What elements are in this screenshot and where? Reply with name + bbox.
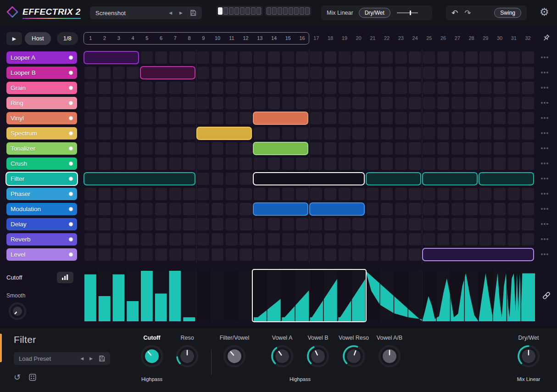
column-number-23[interactable]: 23 [394, 32, 408, 45]
grid-cell[interactable] [451, 67, 463, 79]
column-number-32[interactable]: 32 [521, 32, 535, 45]
grid-cell[interactable] [254, 188, 266, 200]
grid-cell[interactable] [324, 142, 336, 155]
column-number-14[interactable]: 14 [267, 32, 281, 45]
row-menu-button[interactable] [541, 102, 548, 104]
column-number-31[interactable]: 31 [507, 32, 521, 45]
grid-cell[interactable] [367, 248, 379, 261]
grid-cell[interactable] [381, 127, 393, 140]
column-number-19[interactable]: 19 [338, 32, 352, 45]
grid-cell[interactable] [324, 188, 336, 200]
grid-cell[interactable] [240, 112, 251, 124]
pattern-square-15[interactable] [300, 7, 304, 15]
grid-cell[interactable] [169, 82, 181, 94]
track-enable-dot[interactable] [69, 192, 73, 196]
grid-cell[interactable] [508, 203, 520, 215]
column-number-12[interactable]: 12 [239, 32, 253, 45]
grid-cell[interactable] [367, 233, 379, 246]
grid-cell[interactable] [522, 142, 534, 155]
grid-cell[interactable] [183, 188, 195, 200]
grid-cell[interactable] [113, 188, 125, 200]
grid-cell[interactable] [226, 248, 238, 261]
play-button[interactable]: ▶ [6, 32, 22, 45]
value-lane[interactable] [84, 270, 535, 321]
grid-cell[interactable] [296, 248, 308, 261]
grid-cell[interactable] [522, 188, 534, 200]
grid-cell[interactable] [296, 157, 308, 170]
grid-cell[interactable] [352, 97, 364, 109]
grid-cell[interactable] [99, 82, 111, 94]
track-looper-a[interactable]: Looper A [6, 51, 77, 64]
grid-cell[interactable] [240, 67, 251, 79]
grid-cell[interactable] [339, 188, 351, 200]
grid-cell[interactable] [240, 188, 251, 200]
track-ring[interactable]: Ring [6, 97, 77, 109]
column-number-8[interactable]: 8 [182, 32, 196, 45]
grid-cell[interactable] [212, 188, 223, 200]
grid-cell[interactable] [465, 127, 477, 140]
sequencer-block-selected[interactable] [253, 172, 365, 185]
grid-cell[interactable] [127, 82, 139, 94]
grid-cell[interactable] [84, 203, 96, 215]
grid-cell[interactable] [226, 157, 238, 170]
column-number-1[interactable]: 1 [84, 32, 98, 45]
grid-cell[interactable] [84, 218, 96, 230]
sequencer-block[interactable] [479, 172, 534, 185]
row-menu-button[interactable] [541, 162, 548, 164]
grid-cell[interactable] [310, 127, 322, 140]
track-enable-dot[interactable] [69, 86, 73, 90]
grid-cell[interactable] [339, 82, 351, 94]
grid-cell[interactable] [367, 218, 379, 230]
grid-cell[interactable] [141, 218, 153, 230]
grid-cell[interactable] [169, 157, 181, 170]
knob-vowel-a[interactable]: Vowel A [262, 335, 303, 370]
grid-cell[interactable] [324, 82, 336, 94]
grid-cell[interactable] [268, 82, 280, 94]
track-delay[interactable]: Delay [6, 218, 77, 230]
grid-cell[interactable] [197, 97, 209, 109]
sequencer-block[interactable] [140, 66, 195, 79]
grid-cell[interactable] [437, 142, 449, 155]
grid-cell[interactable] [155, 203, 167, 215]
column-number-29[interactable]: 29 [479, 32, 493, 45]
pattern-square-9[interactable] [267, 7, 271, 15]
grid-cell[interactable] [99, 157, 111, 170]
grid-cell[interactable] [409, 127, 421, 140]
grid-cell[interactable] [113, 233, 125, 246]
knob-filter-vowel[interactable]: Filter/Vowel [214, 335, 255, 370]
row-menu-button[interactable] [541, 223, 548, 225]
grid-cell[interactable] [212, 67, 223, 79]
grid-cell[interactable] [212, 97, 223, 109]
grid-cell[interactable] [339, 142, 351, 155]
track-grain[interactable]: Grain [6, 82, 77, 94]
column-number-10[interactable]: 10 [211, 32, 225, 45]
grid-cell[interactable] [155, 127, 167, 140]
grid-cell[interactable] [127, 188, 139, 200]
grid-cell[interactable] [240, 51, 251, 64]
grid-cell[interactable] [268, 218, 280, 230]
column-number-7[interactable]: 7 [168, 32, 183, 45]
grid-cell[interactable] [268, 67, 280, 79]
grid-cell[interactable] [381, 51, 393, 64]
grid-cell[interactable] [352, 218, 364, 230]
sequencer-block[interactable] [253, 142, 308, 155]
track-enable-dot[interactable] [69, 162, 73, 166]
grid-cell[interactable] [451, 112, 463, 124]
grid-cell[interactable] [183, 233, 195, 246]
grid-cell[interactable] [437, 97, 449, 109]
grid-cell[interactable] [395, 218, 407, 230]
grid-cell[interactable] [113, 112, 125, 124]
grid-cell[interactable] [310, 248, 322, 261]
grid-cell[interactable] [226, 82, 238, 94]
grid-cell[interactable] [197, 82, 209, 94]
drywet-button[interactable]: Dry/Wet [359, 8, 390, 18]
grid-cell[interactable] [395, 67, 407, 79]
column-number-11[interactable]: 11 [225, 32, 239, 45]
grid-cell[interactable] [254, 248, 266, 261]
pattern-square-5[interactable] [240, 7, 245, 15]
grid-cell[interactable] [113, 97, 125, 109]
grid-cell[interactable] [169, 112, 181, 124]
track-enable-dot[interactable] [69, 71, 73, 75]
grid-cell[interactable] [465, 97, 477, 109]
grid-cell[interactable] [183, 248, 195, 261]
